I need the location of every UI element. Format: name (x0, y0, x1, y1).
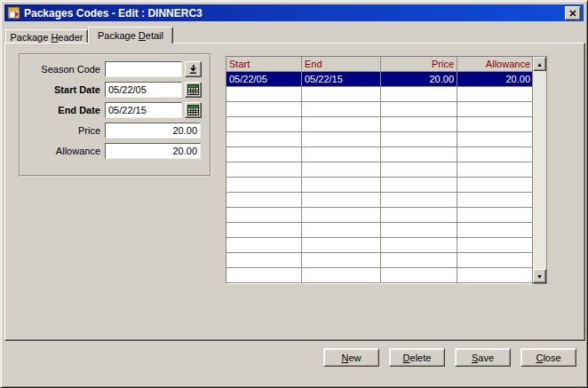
table-cell[interactable] (226, 208, 302, 222)
title-bar[interactable]: Packages Codes - Edit : DINNERC3 (4, 4, 584, 21)
table-row[interactable] (226, 147, 533, 162)
table-cell[interactable] (381, 117, 457, 131)
table-cell[interactable] (381, 193, 457, 207)
table-cell[interactable] (381, 132, 457, 146)
table-row[interactable] (226, 132, 533, 147)
table-cell[interactable] (381, 147, 457, 162)
end-date-input[interactable] (105, 102, 182, 118)
table-cell[interactable] (457, 268, 533, 282)
table-cell[interactable] (302, 223, 381, 237)
table-cell[interactable] (226, 223, 302, 237)
table-cell[interactable] (302, 268, 381, 282)
table-cell[interactable] (457, 193, 533, 207)
column-header-price: Price (381, 57, 457, 71)
season-code-lov-button[interactable] (185, 61, 202, 77)
table-cell[interactable] (226, 193, 302, 207)
table-cell[interactable] (226, 117, 302, 131)
table-row-selected[interactable]: 05/22/05 05/22/15 20.00 20.00 (226, 72, 533, 87)
table-cell[interactable] (302, 162, 381, 177)
table-cell[interactable] (302, 238, 381, 252)
table-cell[interactable] (381, 238, 457, 252)
allowance-input[interactable] (105, 143, 201, 159)
table-cell[interactable] (302, 253, 381, 267)
table-row[interactable] (226, 117, 533, 132)
allowance-label: Allowance (19, 143, 105, 159)
table-cell[interactable] (226, 178, 302, 192)
table-cell[interactable] (457, 117, 533, 131)
table-cell[interactable] (302, 117, 381, 131)
end-date-calendar-button[interactable] (185, 102, 202, 118)
calendar-icon (187, 105, 199, 115)
table-cell[interactable] (381, 87, 457, 101)
cell-end[interactable]: 05/22/15 (302, 72, 381, 86)
table-cell[interactable] (457, 147, 533, 162)
table-cell[interactable] (457, 87, 533, 101)
table-cell[interactable] (457, 132, 533, 146)
new-button[interactable]: New (323, 348, 379, 367)
table-cell[interactable] (226, 102, 302, 116)
table-cell[interactable] (381, 268, 457, 282)
table-cell[interactable] (226, 87, 302, 101)
table-cell[interactable] (381, 253, 457, 267)
table-cell[interactable] (457, 223, 533, 237)
table-cell[interactable] (226, 253, 302, 267)
table-cell[interactable] (381, 162, 457, 177)
scroll-down-button[interactable]: ▼ (533, 269, 546, 283)
table-cell[interactable] (226, 132, 302, 146)
table-cell[interactable] (302, 87, 381, 101)
start-date-input[interactable] (105, 82, 182, 98)
table-cell[interactable] (457, 162, 533, 177)
table-cell[interactable] (302, 132, 381, 146)
table-cell[interactable] (226, 147, 302, 162)
button-label: New (341, 352, 361, 363)
table-cell[interactable] (226, 162, 302, 177)
cell-price[interactable]: 20.00 (381, 72, 457, 86)
table-row[interactable] (226, 208, 533, 223)
column-header-allowance: Allowance (457, 57, 533, 71)
table-cell[interactable] (302, 102, 381, 116)
price-input[interactable] (105, 123, 201, 139)
table-cell[interactable] (302, 208, 381, 222)
table-row[interactable] (226, 268, 533, 283)
app-icon (7, 6, 20, 20)
table-cell[interactable] (457, 238, 533, 252)
save-button[interactable]: Save (455, 348, 511, 367)
table-cell[interactable] (302, 193, 381, 207)
table-row[interactable] (226, 223, 533, 238)
tab-package-header[interactable]: Package Header (5, 29, 88, 44)
table-cell[interactable] (381, 102, 457, 116)
table-row[interactable] (226, 87, 533, 102)
tab-package-detail[interactable]: Package Detail (88, 27, 173, 44)
scroll-up-button[interactable]: ▲ (533, 57, 546, 71)
table-cell[interactable] (381, 178, 457, 192)
table-row[interactable] (226, 162, 533, 178)
table-cell[interactable] (457, 208, 533, 222)
table-cell[interactable] (457, 102, 533, 116)
table-cell[interactable] (457, 253, 533, 267)
table-cell[interactable] (381, 223, 457, 237)
delete-button[interactable]: Delete (389, 348, 445, 367)
table-row[interactable] (226, 178, 533, 193)
table-scrollbar[interactable]: ▲ ▼ (532, 56, 547, 284)
table-row[interactable] (226, 193, 533, 208)
table-row[interactable] (226, 253, 533, 268)
cell-allowance[interactable]: 20.00 (457, 72, 533, 86)
table-cell[interactable] (226, 268, 302, 282)
calendar-icon (187, 84, 199, 95)
season-code-input[interactable] (105, 61, 182, 77)
table-cell[interactable] (302, 178, 381, 192)
table-cell[interactable] (381, 208, 457, 222)
table-row[interactable] (226, 102, 533, 117)
detail-records-table: Start End Price Allowance 05/22/05 05/22… (226, 56, 534, 284)
table-cell[interactable] (302, 147, 381, 162)
close-button-bottom[interactable]: Close (520, 348, 576, 367)
table-cell[interactable] (457, 178, 533, 192)
price-label: Price (19, 123, 105, 139)
close-button[interactable] (565, 6, 581, 20)
start-date-calendar-button[interactable] (185, 82, 202, 98)
table-row[interactable] (226, 238, 533, 253)
button-label: Save (472, 352, 494, 363)
cell-start[interactable]: 05/22/05 (226, 72, 302, 86)
window-title: Packages Codes - Edit : DINNERC3 (24, 7, 203, 20)
table-cell[interactable] (226, 238, 302, 252)
